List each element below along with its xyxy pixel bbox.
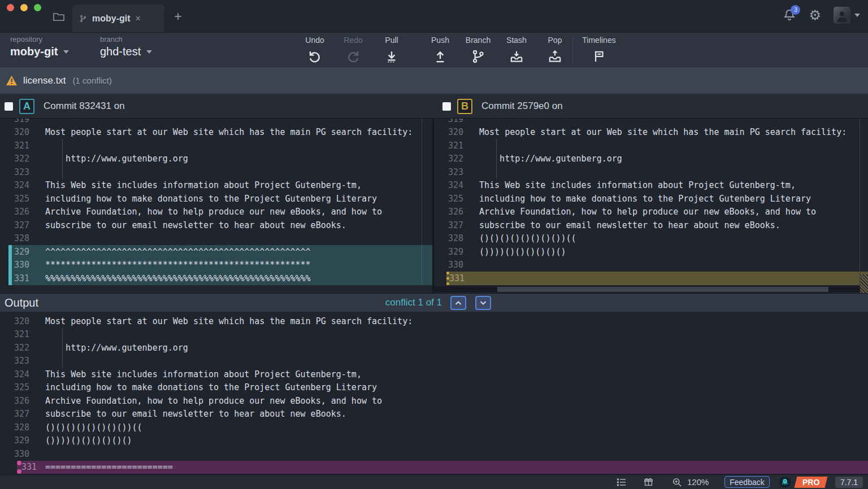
code-line[interactable]: 326 Archive Foundation, how to help prod… (0, 206, 432, 219)
pane-a-checkbox[interactable] (5, 102, 13, 111)
code-line[interactable]: 325 including how to make donations to t… (0, 381, 868, 395)
code-line[interactable]: 326 Archive Foundation, how to help prod… (434, 206, 868, 219)
line-text: Most people start at our Web site which … (45, 127, 413, 137)
code-line[interactable]: 323 (434, 165, 868, 179)
code-line[interactable]: 324 This Web site includes information a… (0, 368, 868, 381)
code-line[interactable]: 325 including how to make donations to t… (0, 192, 432, 206)
stash-button[interactable]: Stash (495, 36, 538, 64)
code-line[interactable]: 320 Most people start at our Web site wh… (434, 126, 868, 139)
code-line[interactable]: 326 Archive Foundation, how to help prod… (0, 394, 868, 408)
conflict-file-bar: license.txt (1 conflict) Open in externa… (0, 67, 868, 94)
line-text: http://www.gutenberg.org (45, 154, 188, 164)
profile-menu[interactable] (834, 7, 860, 24)
stash-icon (509, 49, 524, 64)
previous-conflict-button[interactable] (450, 296, 466, 310)
pane-a-scrollbar-track[interactable] (422, 119, 422, 285)
git-branch-icon (471, 49, 485, 64)
code-line[interactable]: 327 subscribe to our email newsletter to… (0, 219, 432, 232)
pane-b-header: B Commit 2579e0 on (442, 94, 563, 119)
open-repo-folder-icon[interactable] (53, 11, 65, 21)
pane-a-badge: A (19, 99, 34, 114)
redo-button[interactable]: Redo (332, 36, 375, 64)
gitkraken-keif-icon[interactable] (779, 475, 791, 489)
line-number: 320 (434, 127, 479, 137)
tab-close-icon[interactable]: × (136, 14, 141, 24)
code-line[interactable]: 327 subscribe to our email newsletter to… (0, 408, 868, 421)
mac-zoom-button[interactable] (34, 4, 41, 11)
zoom-level-icon[interactable] (671, 475, 683, 489)
code-line[interactable]: 323 (0, 355, 868, 368)
line-text: ())))()()()()()() (479, 247, 566, 257)
code-line[interactable]: 324 This Web site includes information a… (0, 179, 432, 193)
code-line[interactable]: 330 (0, 447, 868, 461)
pro-plan-badge: PRO (795, 477, 828, 488)
code-line[interactable]: 328 ()()()()()()()())(( (434, 232, 868, 246)
repository-selector[interactable]: moby-git (10, 45, 69, 58)
line-text: ()()()()()()()())(( (479, 233, 576, 243)
app-version-badge: 7.7.1 (835, 477, 863, 488)
code-line[interactable]: 329 ())))()()()()()() (434, 245, 868, 259)
pane-b-editor[interactable]: 319 320 Most people start at our Web sit… (434, 119, 868, 285)
code-line[interactable]: 327 subscribe to our email newsletter to… (434, 219, 868, 232)
pane-b-title: Commit 2579e0 on (481, 101, 563, 112)
next-conflict-button[interactable] (475, 296, 491, 310)
code-line[interactable]: 329 ())))()()()()()() (0, 434, 868, 448)
line-text: Most people start at our Web site which … (479, 127, 847, 137)
branch-button[interactable]: Branch (457, 36, 500, 64)
zoom-level-value[interactable]: 120% (687, 475, 709, 489)
merge-editors: 319 320 Most people start at our Web sit… (0, 119, 868, 293)
notification-count-badge: 3 (791, 5, 800, 15)
code-line[interactable]: 324 This Web site includes information a… (434, 179, 868, 193)
code-line[interactable]: 319 (434, 119, 868, 126)
line-text: Archive Foundation, how to help produce … (479, 207, 816, 217)
gift-icon[interactable] (643, 475, 654, 489)
line-number: 327 (434, 220, 479, 230)
code-line[interactable]: 321 (0, 328, 868, 342)
mac-close-button[interactable] (7, 4, 14, 11)
output-editor[interactable]: 320 Most people start at our Web site wh… (0, 312, 868, 474)
line-number: 328 (434, 233, 479, 243)
notifications-bell-icon[interactable]: 3 (783, 8, 796, 23)
code-line[interactable]: 331 (446, 272, 868, 285)
code-line[interactable]: 331 ========================= (17, 461, 868, 474)
code-line[interactable]: 328 ()()()()()()()())(( (0, 421, 868, 434)
code-line[interactable]: 328 (0, 232, 432, 246)
line-number: 327 (0, 220, 45, 230)
code-line[interactable]: 329 ^^^^^^^^^^^^^^^^^^^^^^^^^^^^^^^^^^^^… (8, 245, 432, 259)
code-line[interactable]: 330 ************************************… (8, 259, 432, 272)
code-line[interactable]: 320 Most people start at our Web site wh… (0, 126, 432, 139)
pane-b-horizontal-scrollbar[interactable] (434, 286, 860, 292)
pane-b-scrollbar-track[interactable] (860, 119, 860, 285)
pop-button[interactable]: Pop (533, 36, 576, 64)
settings-gear-icon[interactable]: ⚙ (809, 7, 821, 23)
code-line[interactable]: 325 including how to make donations to t… (434, 192, 868, 206)
line-number: 329 (434, 247, 479, 257)
feedback-button[interactable]: Feedback (724, 476, 770, 488)
line-text: http://www.gutenberg.org (479, 154, 622, 164)
pull-button[interactable]: Pull (370, 36, 413, 64)
pane-a-editor[interactable]: 319 320 Most people start at our Web sit… (0, 119, 432, 285)
scrollbar-thumb[interactable] (497, 287, 828, 292)
line-number: 323 (434, 167, 479, 177)
line-text: including how to make donations to the P… (45, 194, 377, 204)
code-line[interactable]: 321 (434, 139, 868, 152)
timelines-button[interactable]: Timelines (578, 36, 620, 64)
branch-label: branch (100, 35, 123, 43)
undo-button[interactable]: Undo (293, 36, 336, 64)
push-button[interactable]: Push (419, 36, 462, 64)
code-line[interactable]: 322 http://www.gutenberg.org (434, 152, 868, 166)
code-line[interactable]: 323 (0, 165, 432, 179)
code-line[interactable]: 331 %%%%%%%%%%%%%%%%%%%%%%%%%%%%%%%%%%%%… (8, 272, 432, 285)
commit-list-icon[interactable] (616, 475, 627, 489)
code-line[interactable]: 321 (0, 139, 432, 152)
new-tab-button[interactable]: + (174, 10, 182, 23)
repo-tab[interactable]: moby-git × (72, 5, 164, 32)
code-line[interactable]: 322 http://www.gutenberg.org (0, 341, 868, 355)
mac-minimize-button[interactable] (20, 4, 28, 11)
branch-selector[interactable]: ghd-test (100, 45, 152, 58)
code-line[interactable]: 330 (434, 259, 868, 272)
code-line[interactable]: 319 (0, 119, 432, 126)
code-line[interactable]: 320 Most people start at our Web site wh… (0, 315, 868, 328)
code-line[interactable]: 322 http://www.gutenberg.org (0, 152, 432, 166)
pane-b-checkbox[interactable] (442, 102, 451, 111)
